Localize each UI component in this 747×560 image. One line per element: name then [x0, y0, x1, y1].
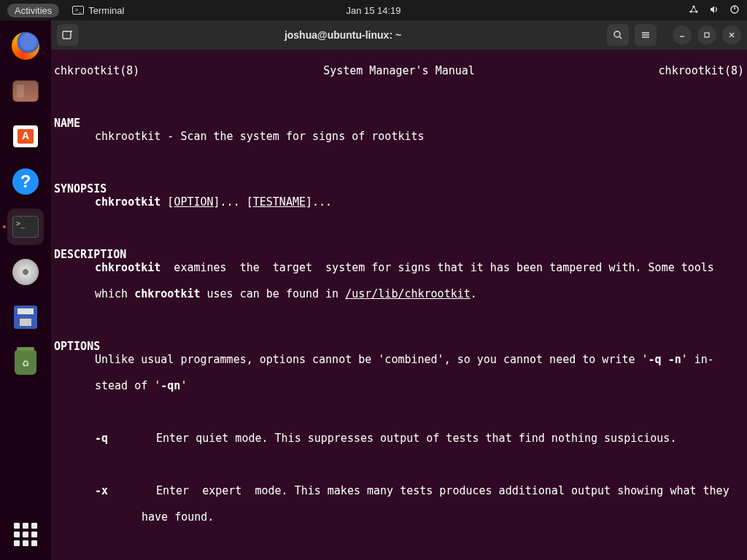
- dock-save[interactable]: [7, 299, 44, 335]
- opt-x-cont: have found.: [54, 510, 744, 524]
- firefox-icon: [12, 32, 39, 60]
- options-intro1: Unlike usual programmes, options cannot …: [54, 353, 744, 366]
- ubuntu-dock: ? >_: [0, 20, 51, 560]
- search-button[interactable]: [607, 24, 629, 46]
- synopsis-heading: SYNOPSIS: [54, 182, 107, 195]
- svg-rect-9: [705, 33, 709, 37]
- dock-terminal[interactable]: >_: [7, 209, 44, 245]
- opt-x: -xEnter expert mode. This makes many tes…: [54, 484, 744, 497]
- new-tab-button[interactable]: [57, 24, 79, 46]
- window-titlebar: joshua@ubuntu-linux: ~: [51, 20, 747, 50]
- gnome-top-bar: Activities >_ Terminal Jan 15 14:19: [0, 0, 747, 20]
- dock-trash[interactable]: [7, 344, 44, 381]
- trash-icon: [15, 350, 36, 375]
- svg-rect-5: [63, 31, 71, 39]
- maximize-button[interactable]: [697, 26, 716, 44]
- power-icon[interactable]: [729, 4, 740, 17]
- dock-help[interactable]: ?: [7, 163, 44, 200]
- app-menu[interactable]: >_ Terminal: [72, 5, 124, 16]
- man-header-right: chkrootkit(8): [659, 64, 744, 77]
- desc-line2: which chkrootkit uses can be found in /u…: [54, 287, 744, 300]
- name-heading: NAME: [54, 117, 80, 130]
- app-menu-label: Terminal: [88, 5, 124, 16]
- terminal-window: joshua@ubuntu-linux: ~ chkrootkit(8)Syst…: [51, 20, 747, 560]
- terminal-mini-icon: >_: [72, 6, 84, 15]
- menu-button[interactable]: [635, 24, 657, 46]
- synopsis-line: chkrootkit [OPTION]... [TESTNAME]...: [54, 195, 744, 209]
- dock-files[interactable]: [7, 73, 44, 109]
- software-center-icon: [13, 125, 38, 147]
- clock[interactable]: Jan 15 14:19: [346, 5, 400, 16]
- dock-firefox[interactable]: [7, 28, 44, 64]
- man-header-left: chkrootkit(8): [54, 64, 139, 77]
- opt-q: -qEnter quiet mode. This suppresses outp…: [54, 432, 744, 445]
- description-heading: DESCRIPTION: [54, 248, 126, 261]
- dock-disc[interactable]: [7, 254, 44, 290]
- files-icon: [12, 80, 39, 102]
- close-button[interactable]: [722, 26, 741, 44]
- window-title: joshua@ubuntu-linux: ~: [79, 29, 607, 41]
- name-body: chkrootkit - Scan the system for signs o…: [54, 130, 744, 143]
- options-intro2: stead of '-qn': [54, 379, 744, 392]
- minimize-button[interactable]: [673, 26, 692, 44]
- desc-line1: chkrootkit examines the target system fo…: [54, 261, 744, 274]
- dock-software[interactable]: [7, 118, 44, 155]
- network-icon[interactable]: [689, 4, 699, 17]
- disc-icon: [12, 259, 39, 285]
- help-icon: ?: [12, 168, 39, 195]
- options-heading: OPTIONS: [54, 340, 100, 353]
- show-applications[interactable]: [7, 516, 44, 553]
- terminal-content[interactable]: chkrootkit(8)System Manager's Manualchkr…: [51, 50, 747, 560]
- terminal-icon: >_: [12, 216, 39, 238]
- grid-icon: [14, 523, 37, 546]
- activities-button[interactable]: Activities: [7, 4, 59, 18]
- svg-line-7: [619, 36, 622, 39]
- floppy-icon: [14, 306, 37, 329]
- man-header-center: System Manager's Manual: [323, 64, 475, 77]
- svg-point-6: [614, 31, 620, 37]
- volume-icon[interactable]: [709, 4, 719, 17]
